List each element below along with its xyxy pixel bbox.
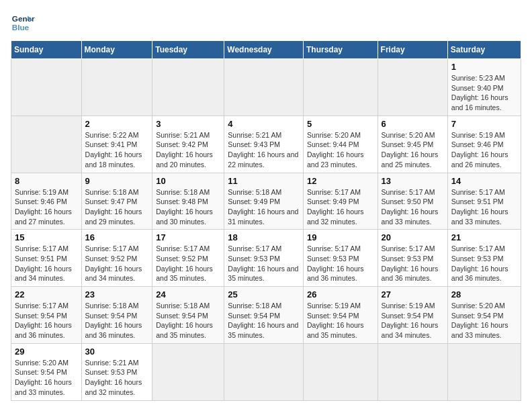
day-number: 8 (15, 176, 78, 186)
day-info: Sunrise: 5:17 AMSunset: 9:54 PMDaylight:… (15, 302, 72, 339)
calendar-cell: 19Sunrise: 5:17 AMSunset: 9:53 PMDayligh… (303, 230, 378, 287)
calendar-cell: 28Sunrise: 5:20 AMSunset: 9:54 PMDayligh… (447, 287, 521, 344)
column-header-friday: Friday (378, 41, 447, 59)
day-number: 15 (15, 232, 78, 242)
day-number: 25 (228, 289, 300, 300)
calendar-cell: 15Sunrise: 5:17 AMSunset: 9:51 PMDayligh… (11, 230, 82, 287)
column-header-sunday: Sunday (11, 41, 82, 59)
calendar-cell (447, 343, 521, 400)
calendar-cell: 9Sunrise: 5:18 AMSunset: 9:47 PMDaylight… (81, 173, 152, 230)
calendar-cell: 3Sunrise: 5:21 AMSunset: 9:42 PMDaylight… (152, 116, 224, 173)
calendar-cell: 13Sunrise: 5:17 AMSunset: 9:50 PMDayligh… (378, 173, 447, 230)
calendar-cell: 10Sunrise: 5:18 AMSunset: 9:48 PMDayligh… (152, 173, 224, 230)
day-info: Sunrise: 5:18 AMSunset: 9:54 PMDaylight:… (156, 302, 213, 339)
day-number: 24 (156, 289, 220, 300)
day-number: 19 (307, 232, 374, 242)
day-number: 27 (382, 289, 444, 300)
day-info: Sunrise: 5:18 AMSunset: 9:48 PMDaylight:… (156, 188, 213, 226)
day-number: 2 (85, 119, 149, 129)
day-number: 9 (85, 176, 149, 186)
calendar-cell (11, 116, 82, 173)
day-info: Sunrise: 5:17 AMSunset: 9:50 PMDaylight:… (382, 188, 439, 226)
calendar-cell (81, 59, 152, 116)
day-info: Sunrise: 5:19 AMSunset: 9:54 PMDaylight:… (307, 302, 364, 339)
day-info: Sunrise: 5:17 AMSunset: 9:53 PMDaylight:… (451, 244, 508, 282)
day-info: Sunrise: 5:19 AMSunset: 9:46 PMDaylight:… (451, 131, 508, 169)
calendar-cell: 21Sunrise: 5:17 AMSunset: 9:53 PMDayligh… (447, 230, 521, 287)
day-number: 29 (15, 347, 78, 357)
calendar-cell: 12Sunrise: 5:17 AMSunset: 9:49 PMDayligh… (303, 173, 378, 230)
calendar-cell: 4Sunrise: 5:21 AMSunset: 9:43 PMDaylight… (224, 116, 304, 173)
calendar-cell: 29Sunrise: 5:20 AMSunset: 9:54 PMDayligh… (11, 343, 82, 400)
calendar-cell: 11Sunrise: 5:18 AMSunset: 9:49 PMDayligh… (224, 173, 304, 230)
column-header-monday: Monday (81, 41, 152, 59)
day-number: 1 (451, 62, 517, 72)
day-info: Sunrise: 5:23 AMSunset: 9:40 PMDaylight:… (451, 74, 508, 111)
calendar-cell: 24Sunrise: 5:18 AMSunset: 9:54 PMDayligh… (152, 287, 224, 344)
calendar-cell (224, 343, 304, 400)
calendar-cell: 2Sunrise: 5:22 AMSunset: 9:41 PMDaylight… (81, 116, 152, 173)
day-info: Sunrise: 5:17 AMSunset: 9:53 PMDaylight:… (382, 244, 439, 282)
day-info: Sunrise: 5:19 AMSunset: 9:46 PMDaylight:… (15, 188, 72, 226)
calendar-cell: 8Sunrise: 5:19 AMSunset: 9:46 PMDaylight… (11, 173, 82, 230)
calendar-cell: 26Sunrise: 5:19 AMSunset: 9:54 PMDayligh… (303, 287, 378, 344)
day-number: 4 (228, 119, 300, 129)
day-number: 14 (451, 176, 517, 186)
day-number: 18 (228, 232, 300, 242)
day-number: 5 (307, 119, 374, 129)
day-info: Sunrise: 5:17 AMSunset: 9:51 PMDaylight:… (15, 244, 72, 282)
calendar-cell (378, 343, 447, 400)
day-info: Sunrise: 5:17 AMSunset: 9:52 PMDaylight:… (85, 244, 142, 282)
day-info: Sunrise: 5:17 AMSunset: 9:53 PMDaylight:… (228, 244, 298, 282)
day-info: Sunrise: 5:17 AMSunset: 9:52 PMDaylight:… (156, 244, 213, 282)
calendar-cell: 14Sunrise: 5:17 AMSunset: 9:51 PMDayligh… (447, 173, 521, 230)
calendar-cell: 16Sunrise: 5:17 AMSunset: 9:52 PMDayligh… (81, 230, 152, 287)
day-number: 20 (382, 232, 444, 242)
day-info: Sunrise: 5:21 AMSunset: 9:42 PMDaylight:… (156, 131, 213, 169)
day-number: 3 (156, 119, 220, 129)
day-number: 30 (85, 347, 149, 357)
calendar-cell: 22Sunrise: 5:17 AMSunset: 9:54 PMDayligh… (11, 287, 82, 344)
day-info: Sunrise: 5:20 AMSunset: 9:54 PMDaylight:… (15, 359, 72, 396)
day-info: Sunrise: 5:18 AMSunset: 9:54 PMDaylight:… (228, 302, 298, 339)
calendar-cell (378, 59, 447, 116)
day-info: Sunrise: 5:20 AMSunset: 9:54 PMDaylight:… (451, 302, 508, 339)
day-info: Sunrise: 5:17 AMSunset: 9:51 PMDaylight:… (451, 188, 508, 226)
svg-text:General: General (12, 14, 35, 23)
day-info: Sunrise: 5:20 AMSunset: 9:44 PMDaylight:… (307, 131, 364, 169)
logo: General Blue (11, 11, 35, 35)
calendar-cell (152, 343, 224, 400)
logo-icon: General Blue (11, 11, 35, 35)
day-number: 22 (15, 289, 78, 300)
day-number: 13 (382, 176, 444, 186)
calendar-cell: 17Sunrise: 5:17 AMSunset: 9:52 PMDayligh… (152, 230, 224, 287)
day-number: 12 (307, 176, 374, 186)
day-info: Sunrise: 5:18 AMSunset: 9:47 PMDaylight:… (85, 188, 142, 226)
day-number: 26 (307, 289, 374, 300)
day-number: 17 (156, 232, 220, 242)
day-info: Sunrise: 5:17 AMSunset: 9:53 PMDaylight:… (307, 244, 364, 282)
column-header-tuesday: Tuesday (152, 41, 224, 59)
day-info: Sunrise: 5:22 AMSunset: 9:41 PMDaylight:… (85, 131, 142, 169)
day-number: 21 (451, 232, 517, 242)
calendar-cell (11, 59, 82, 116)
day-info: Sunrise: 5:21 AMSunset: 9:43 PMDaylight:… (228, 131, 298, 169)
header: General Blue (11, 11, 521, 35)
calendar-cell: 1Sunrise: 5:23 AMSunset: 9:40 PMDaylight… (447, 59, 521, 116)
day-info: Sunrise: 5:18 AMSunset: 9:54 PMDaylight:… (85, 302, 142, 339)
column-header-thursday: Thursday (303, 41, 378, 59)
day-number: 23 (85, 289, 149, 300)
calendar-cell (303, 59, 378, 116)
calendar-cell (224, 59, 304, 116)
day-info: Sunrise: 5:19 AMSunset: 9:54 PMDaylight:… (382, 302, 439, 339)
calendar-cell: 25Sunrise: 5:18 AMSunset: 9:54 PMDayligh… (224, 287, 304, 344)
calendar-cell: 20Sunrise: 5:17 AMSunset: 9:53 PMDayligh… (378, 230, 447, 287)
column-header-wednesday: Wednesday (224, 41, 304, 59)
calendar-cell: 7Sunrise: 5:19 AMSunset: 9:46 PMDaylight… (447, 116, 521, 173)
day-number: 7 (451, 119, 517, 129)
day-info: Sunrise: 5:21 AMSunset: 9:53 PMDaylight:… (85, 359, 142, 396)
svg-text:Blue: Blue (12, 23, 30, 32)
column-header-saturday: Saturday (447, 41, 521, 59)
calendar-cell (152, 59, 224, 116)
calendar-cell: 6Sunrise: 5:20 AMSunset: 9:45 PMDaylight… (378, 116, 447, 173)
